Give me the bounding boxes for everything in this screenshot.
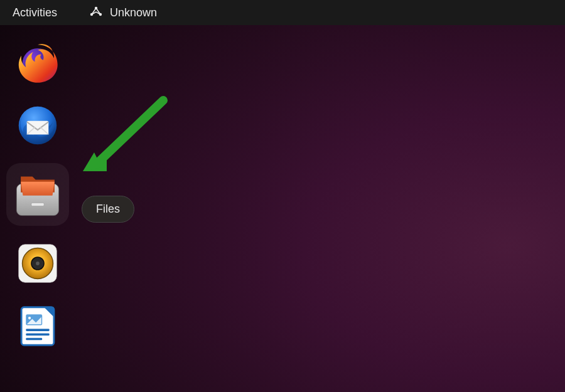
svg-point-20 [28,317,31,319]
rhythmbox-icon [15,241,60,286]
top-bar: Activities Unknown [0,0,565,25]
active-app-name: Unknown [110,6,157,19]
svg-rect-18 [26,338,42,341]
files-icon [11,168,64,221]
dock-item-writer[interactable] [13,301,63,351]
dock-item-thunderbird[interactable] [13,100,63,151]
dock-item-firefox[interactable] [13,38,63,88]
svg-point-14 [36,262,40,265]
thunderbird-icon [15,103,60,148]
svg-rect-16 [26,329,49,331]
dock [3,31,72,351]
libreoffice-writer-icon [15,304,60,349]
firefox-icon [15,40,60,85]
svg-rect-8 [31,203,44,206]
app-menu-icon [89,5,104,20]
activities-button[interactable]: Activities [13,6,57,19]
active-app-indicator[interactable]: Unknown [89,5,157,20]
dock-item-rhythmbox[interactable] [13,238,63,289]
dock-tooltip: Files [82,196,134,223]
svg-rect-17 [26,334,49,336]
dock-item-files[interactable] [6,163,69,226]
svg-rect-5 [27,121,49,135]
